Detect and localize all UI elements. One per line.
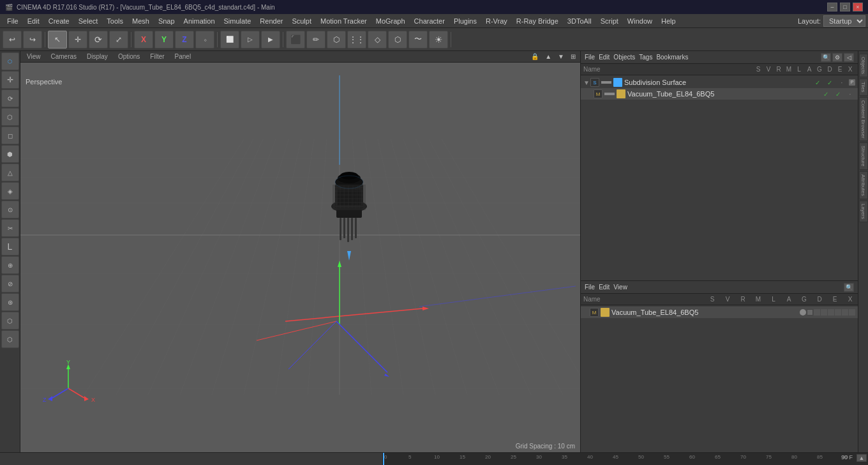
axis-x-button[interactable]: X — [134, 31, 153, 49]
menu-mograph[interactable]: MoGraph — [371, 16, 410, 26]
obj-objects-btn[interactable]: Objects — [613, 54, 635, 61]
obj-array-button[interactable]: ⋮⋮ — [347, 31, 366, 49]
menu-sculpt[interactable]: Sculpt — [287, 16, 316, 26]
left-btn-8[interactable]: ◈ — [1, 182, 19, 200]
menu-motion-tracker[interactable]: Motion Tracker — [316, 16, 371, 26]
obj-search-btn[interactable]: 🔍 — [821, 53, 831, 62]
obj-r-dot[interactable]: · — [837, 79, 847, 86]
light-button[interactable]: ☀ — [429, 31, 448, 49]
axis-all-button[interactable]: ⬦ — [195, 31, 214, 49]
titlebar-controls[interactable]: – □ × — [827, 3, 863, 11]
menu-simulate[interactable]: Simulate — [220, 16, 256, 26]
menu-tools[interactable]: Tools — [102, 16, 128, 26]
menu-plugins[interactable]: Plugins — [449, 16, 481, 26]
left-btn-10[interactable]: ✂ — [1, 219, 19, 237]
expand-icon[interactable]: ▼ — [583, 79, 588, 86]
left-btn-3[interactable]: ⟳ — [1, 89, 19, 107]
obj-v-check[interactable]: ✓ — [825, 79, 835, 86]
obj-file-btn[interactable]: File — [585, 54, 595, 61]
obj2-v-check[interactable]: ✓ — [833, 91, 843, 98]
vp-max-btn[interactable]: ⊞ — [569, 53, 578, 60]
left-btn-12[interactable]: ⊕ — [1, 256, 19, 274]
left-btn-7[interactable]: △ — [1, 164, 19, 181]
menu-script[interactable]: Script — [596, 16, 623, 26]
sec-obj-row[interactable]: M Vacuum_Tube_EL84_6BQ5 — [581, 307, 858, 318]
obj-bookmarks-btn[interactable]: Bookmarks — [656, 54, 688, 61]
left-btn-4[interactable]: ⬡ — [1, 108, 19, 126]
obj-nurbs-button[interactable]: ⬡ — [388, 31, 407, 49]
vp-up-btn[interactable]: ▲ — [543, 53, 553, 60]
obj-row-vacuumtube[interactable]: M Vacuum_Tube_EL84_6BQ5 ✓ ✓ · — [581, 88, 858, 100]
vp-tab-view[interactable]: View — [23, 52, 45, 61]
vp-lock-btn[interactable]: 🔒 — [529, 53, 541, 60]
axis-y-button[interactable]: Y — [154, 31, 174, 49]
tab-attributes[interactable]: Attributes — [859, 171, 868, 199]
left-btn-13[interactable]: ⊘ — [1, 275, 19, 293]
redo-button[interactable]: ↪ — [23, 31, 42, 49]
obj-s-check[interactable]: ✓ — [812, 79, 823, 86]
menu-snap[interactable]: Snap — [154, 16, 179, 26]
sec-edit-btn[interactable]: Edit — [599, 284, 610, 291]
menu-select[interactable]: Select — [74, 16, 103, 26]
select-mode-button[interactable]: ↖ — [48, 31, 67, 49]
obj-pen-button[interactable]: ✏ — [306, 31, 326, 49]
undo-button[interactable]: ↩ — [3, 31, 22, 49]
vp-tab-filter[interactable]: Filter — [146, 52, 168, 61]
close-button[interactable]: × — [853, 3, 863, 11]
maximize-button[interactable]: □ — [840, 3, 850, 11]
axis-z-button[interactable]: Z — [175, 31, 194, 49]
obj-tags-btn[interactable]: Tags — [639, 54, 652, 61]
menu-edit[interactable]: Edit — [23, 16, 44, 26]
sec-search-btn[interactable]: 🔍 — [844, 283, 854, 292]
tab-structure[interactable]: Structure — [859, 142, 868, 169]
render-active-button[interactable]: ▷ — [241, 31, 260, 49]
left-btn-9[interactable]: ⊙ — [1, 201, 19, 218]
render-all-button[interactable]: ▶ — [261, 31, 280, 49]
menu-animation[interactable]: Animation — [179, 16, 220, 26]
left-btn-5[interactable]: ◻ — [1, 126, 19, 144]
timeline-ruler[interactable]: 0 5 10 15 20 25 30 35 40 45 50 55 60 65 … — [383, 453, 868, 466]
vp-tab-panel[interactable]: Panel — [171, 52, 195, 61]
left-btn-16[interactable]: ⬡ — [1, 330, 19, 348]
menu-r-ray-bridge[interactable]: R-Ray Bridge — [512, 16, 563, 26]
tab-layers[interactable]: Layers — [859, 201, 868, 222]
layout-dropdown[interactable]: Startup — [823, 15, 865, 27]
left-btn-1[interactable]: ⬡ — [1, 52, 19, 70]
left-btn-11[interactable]: L — [1, 238, 19, 255]
obj-spline-button[interactable]: ◇ — [368, 31, 387, 49]
menu-3dtoall[interactable]: 3DToAll — [563, 16, 596, 26]
obj-subdiv-button[interactable]: ⬡ — [327, 31, 346, 49]
left-btn-6[interactable]: ⬢ — [1, 145, 19, 163]
obj2-s-check[interactable]: ✓ — [821, 91, 831, 98]
left-btn-14[interactable]: ⊛ — [1, 293, 19, 311]
move-mode-button[interactable]: ✛ — [68, 31, 87, 49]
vp-down-btn[interactable]: ▼ — [556, 53, 566, 60]
timeline-cursor[interactable] — [383, 453, 384, 466]
left-btn-2[interactable]: ✛ — [1, 71, 19, 89]
scale-mode-button[interactable]: ⤢ — [109, 31, 128, 49]
obj-cube-button[interactable]: ⬛ — [286, 31, 305, 49]
menu-character[interactable]: Character — [410, 16, 449, 26]
menu-r-vray[interactable]: R-Vray — [481, 16, 512, 26]
obj2-r-dot[interactable]: · — [845, 91, 855, 98]
obj-edit-btn[interactable]: Edit — [599, 54, 610, 61]
obj-deform-button[interactable]: 〜 — [408, 31, 428, 49]
tab-tiles[interactable]: Tiles — [859, 79, 868, 96]
render-region-button[interactable]: ⬜ — [220, 31, 239, 49]
viewport-3d[interactable]: Y X Z — [20, 63, 580, 452]
vp-tab-options[interactable]: Options — [114, 52, 144, 61]
vp-tab-cameras[interactable]: Cameras — [47, 52, 81, 61]
menu-file[interactable]: File — [3, 16, 23, 26]
obj-row-subdivision[interactable]: ▼ S Subdivision Surface ✓ ✓ · P — [581, 77, 858, 88]
sec-view-btn[interactable]: View — [613, 284, 627, 291]
sec-file-btn[interactable]: File — [585, 284, 595, 291]
tab-content-browser[interactable]: Content Browser — [859, 97, 868, 142]
menu-mesh[interactable]: Mesh — [128, 16, 154, 26]
menu-create[interactable]: Create — [44, 16, 74, 26]
tl-end-arrow[interactable]: ▲ — [857, 454, 867, 462]
menu-render[interactable]: Render — [255, 16, 287, 26]
vp-tab-display[interactable]: Display — [83, 52, 112, 61]
minimize-button[interactable]: – — [827, 3, 837, 11]
obj-settings-btn[interactable]: ⚙ — [832, 53, 842, 62]
menu-help[interactable]: Help — [657, 16, 680, 26]
